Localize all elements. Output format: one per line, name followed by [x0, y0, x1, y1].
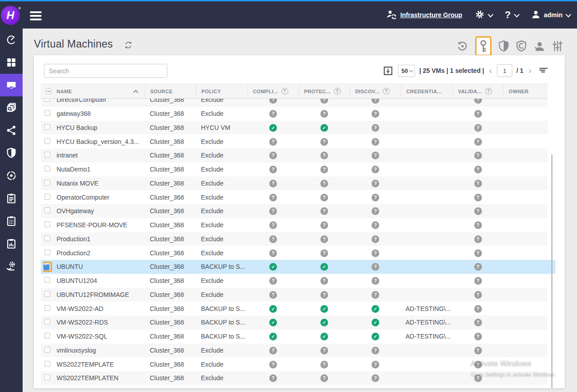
infrastructure-group-link[interactable]: Infrastructure Group [386, 9, 462, 21]
user-menu[interactable]: admin [531, 10, 570, 21]
row-checkbox[interactable] [44, 374, 50, 380]
row-checkbox[interactable] [44, 333, 50, 339]
help-menu[interactable]: ? [505, 9, 518, 21]
sidebar-item-virtual-machines[interactable] [0, 74, 23, 96]
page-number-input[interactable] [497, 64, 512, 77]
column-header-policy[interactable]: POLICY [196, 84, 248, 98]
table-row[interactable]: Nutanix MOVE Cluster_368 Exclude ??? ? [41, 177, 548, 191]
vm-name: gateway368 [57, 110, 145, 117]
row-checkbox[interactable] [44, 138, 50, 144]
row-checkbox[interactable] [44, 305, 50, 311]
row-checkbox[interactable] [44, 277, 50, 283]
sidebar-item-administration[interactable] [0, 255, 23, 277]
top-bar: H® Infrastructure Group ? admin [0, 1, 577, 29]
table-row[interactable]: PFSENSE-POUR-MOVE Cluster_368 Exclude ??… [41, 218, 548, 232]
table-row[interactable]: HYCU Backup_version_4.3... Cluster_368 E… [41, 134, 548, 148]
column-header-protection[interactable]: PROTEC...? [299, 84, 350, 98]
row-checkbox[interactable] [44, 319, 50, 325]
sidebar-item-volume-groups[interactable] [0, 142, 23, 164]
vm-name: OperatorComputer [57, 194, 145, 201]
table-row[interactable]: WS2022TEMPLATE Cluster_368 Exclude ??? ? [41, 357, 548, 371]
table-row[interactable]: DirectorComputer Cluster_368 Exclude ???… [41, 99, 548, 107]
column-header-credentials[interactable]: CREDENTIA... [401, 84, 453, 98]
vm-policy: BACKUP to S... [196, 319, 248, 326]
table-row[interactable]: vmlinuxsyslog Cluster_368 Exclude ??? ? [41, 344, 548, 358]
hycu-logo[interactable]: H® [1, 6, 20, 25]
row-checkbox[interactable] [43, 264, 49, 270]
table-row[interactable]: VM-WS2022-SQL Cluster_368 BACKUP to S...… [41, 330, 548, 344]
select-all-checkbox[interactable] [46, 88, 52, 94]
prev-page-button[interactable]: ‹ [488, 66, 493, 76]
validation-unknown-icon: ? [474, 347, 482, 354]
help-icon: ? [505, 9, 510, 21]
table-row[interactable]: HYCU Backup Cluster_368 HYCU VM ✓✓? ? [41, 121, 548, 135]
table-row[interactable]: NutaDemo1 Cluster_368 Exclude ??? ? [41, 163, 548, 177]
row-checkbox[interactable] [44, 180, 50, 186]
row-checkbox[interactable] [44, 110, 50, 116]
export-icon[interactable] [382, 65, 394, 76]
help-icon[interactable]: ? [281, 88, 288, 95]
row-checkbox[interactable] [44, 249, 50, 255]
table-row[interactable]: UBUNTU Cluster_368 BACKUP to S... ✓✓? ? [41, 260, 555, 274]
row-checkbox[interactable] [44, 166, 50, 172]
table-row[interactable]: intranet Cluster_368 Exclude ??? ? [41, 148, 548, 163]
row-checkbox[interactable] [44, 207, 50, 213]
page-size-select[interactable]: 50 [398, 65, 415, 77]
next-page-button[interactable]: › [528, 66, 532, 76]
column-header-discovery[interactable]: DISCOV...? [350, 84, 401, 98]
row-checkbox[interactable] [44, 347, 50, 353]
sidebar-item-schedules[interactable] [0, 210, 23, 232]
table-row[interactable]: Production1 Cluster_368 Exclude ??? ? [41, 232, 548, 246]
sidebar-item-dashboard[interactable] [0, 29, 23, 51]
sidebar-item-shares[interactable] [0, 119, 23, 142]
table-row[interactable]: VM-WS2022-RDS Cluster_368 BACKUP to S...… [41, 316, 548, 330]
help-icon[interactable]: ? [334, 88, 341, 95]
table-row[interactable]: Production2 Cluster_368 Exclude ??? ? [41, 246, 548, 260]
row-checkbox[interactable] [44, 221, 50, 227]
settings-menu[interactable] [475, 10, 492, 21]
menu-toggle-icon[interactable] [30, 11, 42, 20]
search-input[interactable] [44, 64, 167, 78]
sidebar-item-applications[interactable] [0, 51, 23, 74]
table-row[interactable]: UBUNTU12FROMIMAGE Cluster_368 Exclude ??… [41, 288, 548, 302]
assign-credentials-key-icon[interactable] [475, 36, 491, 56]
table-row[interactable]: gateway368 Cluster_368 Exclude ??? ? [41, 107, 548, 121]
sidebar-item-targets[interactable] [0, 164, 23, 187]
help-icon[interactable]: ? [383, 88, 390, 95]
table-row[interactable]: VM-WS2022-AD Cluster_368 BACKUP to S... … [41, 301, 548, 316]
column-header-source[interactable]: SOURCE [145, 84, 196, 98]
row-checkbox[interactable] [44, 361, 50, 367]
manage-filters-icon[interactable] [552, 40, 563, 52]
table-row[interactable]: WS2022TEMPLATEN Cluster_368 Exclude ??? … [41, 371, 548, 385]
table-row[interactable]: OVHgateway Cluster_368 Exclude ??? ? [41, 204, 548, 218]
vm-source: Cluster_368 [145, 249, 196, 257]
column-header-compliance[interactable]: COMPLI...? [248, 84, 299, 98]
sort-ascending-icon [133, 90, 138, 95]
column-header-owner[interactable]: OWNER [503, 84, 548, 98]
row-checkbox[interactable] [44, 99, 50, 102]
table-row[interactable]: OperatorComputer Cluster_368 Exclude ???… [41, 190, 548, 204]
row-checkbox[interactable] [44, 291, 50, 297]
set-owner-icon[interactable] [534, 41, 545, 52]
table-row[interactable]: UBUNTU1204 Cluster_368 Exclude ??? ? [41, 274, 548, 288]
help-icon[interactable]: ? [485, 88, 492, 95]
sidebar-item-reports[interactable] [0, 232, 23, 255]
vertical-scrollbar[interactable] [551, 154, 553, 388]
sidebar-item-policies[interactable] [0, 187, 23, 210]
column-header-name[interactable]: NAME [57, 84, 145, 98]
sidebar-item-snapshots[interactable] [0, 96, 23, 119]
restore-icon[interactable] [457, 40, 468, 52]
compliance-shield-icon[interactable] [516, 40, 527, 52]
vm-name: NutaDemo1 [57, 166, 145, 173]
filter-icon[interactable] [538, 65, 549, 76]
refresh-icon[interactable] [123, 40, 134, 52]
vm-policy: Exclude [196, 152, 248, 159]
row-checkbox[interactable] [44, 124, 50, 130]
discovery-unknown-icon: ? [372, 138, 379, 146]
row-checkbox[interactable] [44, 194, 50, 200]
validation-unknown-icon: ? [474, 180, 482, 187]
column-header-validation[interactable]: VALIDA...? [453, 84, 503, 98]
protect-shield-icon[interactable] [498, 40, 509, 52]
row-checkbox[interactable] [44, 235, 50, 241]
row-checkbox[interactable] [44, 152, 50, 158]
